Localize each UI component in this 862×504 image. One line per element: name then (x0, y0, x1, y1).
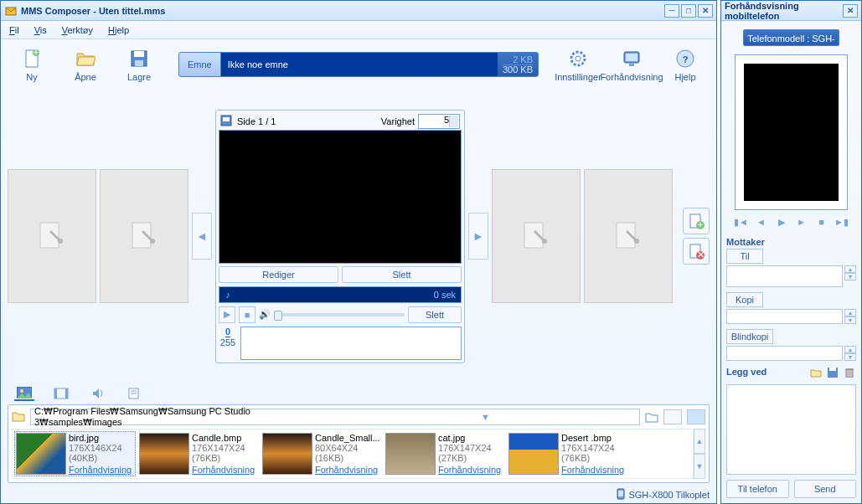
tab-video[interactable] (51, 386, 71, 401)
save-button[interactable]: Lagre (116, 47, 162, 82)
file-name: cat.jpg (438, 433, 501, 443)
page-indicator: Side 1 / 1 (237, 116, 276, 126)
attach-save-icon[interactable] (826, 366, 839, 379)
file-thumbnail (385, 433, 436, 475)
to-input[interactable] (726, 265, 843, 287)
bcc-button[interactable]: Blindkopi (726, 329, 773, 344)
svg-rect-41 (846, 369, 853, 378)
play-button[interactable]: ▶ (219, 306, 235, 323)
bcc-down[interactable]: ▼ (844, 353, 856, 361)
stop-preview-button[interactable]: ■ (814, 215, 829, 229)
save-icon (127, 47, 151, 70)
stop-button[interactable]: ■ (239, 306, 256, 323)
bcc-up[interactable]: ▲ (844, 346, 856, 353)
help-icon: ? (674, 47, 697, 70)
help-button[interactable]: ? Hjelp (663, 47, 708, 82)
file-dimensions: 176X147X24 (438, 443, 501, 453)
file-dimensions: 176X147X24 (561, 443, 624, 453)
text-input[interactable] (240, 327, 462, 360)
file-item[interactable]: Desert .bmp 176X147X24 (76KB) Forhåndvis… (507, 431, 628, 476)
file-dimensions: 176X147X24 (192, 443, 255, 453)
svg-text:+: + (698, 219, 703, 229)
view-list-button[interactable] (663, 409, 682, 424)
minimize-button[interactable]: ─ (664, 4, 679, 18)
to-phone-button[interactable]: Til telefon (726, 480, 789, 498)
svg-rect-38 (618, 491, 623, 496)
duration-input[interactable]: 5 (418, 114, 460, 129)
file-item[interactable]: Candle.bmp 176X147X24 (76KB) Forhåndvisn… (137, 431, 259, 476)
open-button[interactable]: Åpne (63, 47, 108, 82)
new-button[interactable]: + Ny (9, 47, 54, 82)
svg-rect-18 (223, 117, 230, 121)
prev-button[interactable]: ◄ (754, 215, 769, 229)
menu-tools[interactable]: Verktøy (62, 25, 93, 35)
first-button[interactable]: ▮◄ (734, 215, 749, 229)
add-page-button[interactable]: + (683, 208, 710, 234)
dropdown-icon[interactable]: ▼ (335, 411, 636, 423)
copy-button[interactable]: Kopi (726, 292, 763, 307)
audio-track: ♪ 0 sek (219, 286, 462, 303)
view-thumbs-button[interactable] (687, 409, 705, 424)
preview-close-button[interactable]: ✕ (843, 4, 858, 18)
phone-icon (617, 488, 625, 501)
bcc-input[interactable] (726, 346, 843, 361)
volume-slider[interactable] (274, 313, 405, 316)
tab-text[interactable] (125, 386, 145, 401)
browse-folder-button[interactable] (645, 410, 658, 424)
preview-button[interactable]: Forhåndvisning (609, 47, 654, 82)
to-down[interactable]: ▼ (844, 273, 856, 280)
next-button[interactable]: ► (794, 215, 809, 229)
tab-images[interactable] (14, 386, 34, 401)
file-item[interactable]: bird.jpg 176X146X24 (40KB) Forhåndvisnin… (14, 431, 136, 476)
scroll-down-button[interactable]: ▼ (694, 454, 705, 479)
copy-up[interactable]: ▲ (844, 309, 856, 316)
attach-open-icon[interactable] (809, 366, 823, 379)
attach-input[interactable] (726, 384, 856, 475)
copy-down[interactable]: ▼ (844, 316, 856, 324)
svg-rect-4 (134, 51, 144, 57)
svg-rect-10 (629, 64, 634, 66)
close-button[interactable]: ✕ (698, 4, 713, 18)
last-button[interactable]: ►▮ (834, 215, 849, 229)
edit-button[interactable]: Rediger (219, 266, 338, 283)
delete-image-button[interactable]: Slett (342, 266, 462, 283)
menu-file[interactable]: Fil (9, 25, 19, 35)
preview-titlebar: Forhåndsvisning mobiltelefon ✕ (721, 1, 861, 21)
delete-page-button[interactable]: ✕ (683, 238, 710, 265)
file-preview-link[interactable]: Forhåndvisning (438, 465, 501, 475)
recipient-label: Mottaker (726, 237, 856, 247)
to-up[interactable]: ▲ (844, 265, 856, 273)
prev-slide-button[interactable]: ◄ (192, 213, 212, 260)
svg-point-22 (634, 239, 639, 244)
file-preview-link[interactable]: Forhåndvisning (192, 465, 255, 475)
duration-label: Varighet (381, 116, 415, 126)
file-size: (16KB) (315, 453, 380, 463)
menu-view[interactable]: Vis (34, 25, 47, 35)
menu-help[interactable]: Hjelp (108, 25, 129, 35)
file-item[interactable]: Candle_Small... 80X64X24 (16KB) Forhåndv… (261, 431, 382, 476)
send-button[interactable]: Send (794, 480, 857, 498)
tab-audio[interactable] (88, 386, 108, 401)
path-input[interactable]: C:₩Program Files₩Samsung₩Samsung PC Stud… (30, 409, 640, 425)
file-preview-link[interactable]: Forhåndvisning (315, 465, 380, 475)
file-preview-link[interactable]: Forhåndvisning (561, 465, 624, 475)
svg-text:✕: ✕ (697, 249, 705, 260)
subject-input[interactable]: Ikke noe emne (221, 53, 498, 76)
attach-delete-icon[interactable] (843, 366, 856, 379)
maximize-button[interactable]: □ (681, 4, 696, 18)
settings-button[interactable]: Innstillinger (555, 47, 601, 82)
copy-input[interactable] (726, 309, 843, 324)
svg-text:+: + (34, 49, 39, 57)
slide-canvas[interactable] (219, 130, 462, 264)
play-preview-button[interactable]: ▶ (774, 215, 789, 229)
file-preview-link[interactable]: Forhåndvisning (69, 465, 132, 475)
delete-audio-button[interactable]: Slett (408, 306, 462, 323)
to-button[interactable]: Til (726, 249, 763, 264)
file-name: bird.jpg (69, 433, 132, 443)
folder-open-icon (74, 47, 97, 70)
scroll-up-button[interactable]: ▲ (694, 429, 705, 454)
next-slide-button[interactable]: ► (468, 213, 488, 260)
svg-rect-40 (829, 368, 836, 371)
svg-point-14 (58, 239, 63, 244)
file-item[interactable]: cat.jpg 176X147X24 (27KB) Forhåndvisning (384, 431, 505, 476)
